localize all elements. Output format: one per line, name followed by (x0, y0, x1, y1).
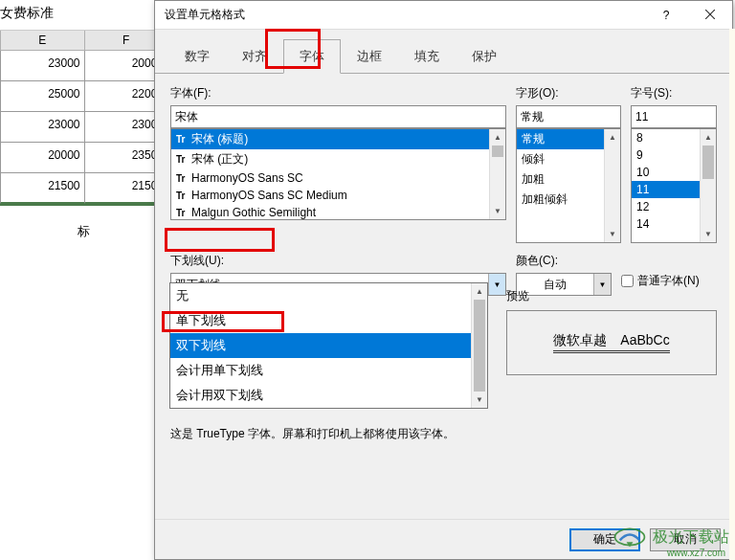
logo-icon (612, 526, 647, 549)
scroll-up-icon[interactable]: ▲ (605, 129, 620, 146)
table-row: 2500022000 (0, 81, 167, 112)
size-label: 字号(S): (631, 85, 717, 101)
underline-label: 下划线(U): (170, 253, 506, 269)
right-panel-edge (729, 29, 735, 560)
style-input[interactable] (516, 105, 621, 128)
scroll-thumb[interactable] (702, 146, 714, 179)
scroll-down-icon[interactable]: ▼ (472, 392, 487, 408)
close-icon (705, 9, 715, 22)
style-label: 字形(O): (516, 85, 621, 101)
style-listbox[interactable]: 常规 倾斜 加粗 加粗倾斜 ▲ ▼ (516, 128, 621, 243)
truetype-icon: Tr (176, 190, 189, 201)
dialog-title: 设置单元格格式 (165, 7, 644, 23)
chevron-down-icon[interactable]: ▼ (488, 274, 505, 295)
help-button[interactable]: ? (644, 1, 688, 30)
cell[interactable]: 21500 (0, 173, 84, 204)
table-row: 2300023000 (0, 112, 167, 143)
preview-section: 预览 微软卓越 AaBbCc (506, 288, 717, 375)
scroll-up-icon[interactable]: ▲ (472, 283, 487, 300)
truetype-icon: Tr (176, 154, 189, 165)
scroll-thumb[interactable] (492, 146, 503, 157)
cell[interactable]: 25000 (0, 81, 84, 112)
underline-dropdown[interactable]: 无 单下划线 双下划线 会计用单下划线 会计用双下划线 ▲ ▼ (169, 282, 488, 409)
table-row: 2000023500 (0, 143, 167, 173)
spreadsheet-background: 女费标准 E F 2300020000 2500022000 230002300… (0, 0, 167, 258)
preview-box: 微软卓越 AaBbCc (506, 310, 717, 375)
scroll-up-icon[interactable]: ▲ (490, 129, 505, 146)
tab-border[interactable]: 边框 (341, 39, 398, 74)
cell[interactable]: 23000 (0, 112, 84, 143)
tab-fill[interactable]: 填充 (398, 39, 456, 74)
scroll-down-icon[interactable]: ▼ (701, 226, 716, 242)
list-item[interactable]: 双下划线 (170, 333, 487, 358)
scroll-down-icon[interactable]: ▼ (490, 203, 505, 219)
watermark-text: 极光下载站 (653, 527, 729, 548)
preview-label: 预览 (506, 288, 717, 304)
cell[interactable]: 23000 (0, 51, 84, 81)
scroll-up-icon[interactable]: ▲ (701, 129, 716, 146)
tab-protection[interactable]: 保护 (456, 39, 513, 74)
watermark: 极光下载站 (612, 526, 729, 549)
list-item[interactable]: 会计用单下划线 (170, 358, 487, 383)
font-label: 字体(F): (170, 85, 506, 101)
footer-cell[interactable]: 标 (0, 206, 167, 258)
list-item: Tr宋体 (标题) (171, 129, 505, 149)
table-row: 2300020000 (0, 51, 167, 81)
size-input[interactable] (631, 105, 717, 128)
scrollbar[interactable]: ▲ ▼ (604, 129, 620, 242)
normal-font-checkbox[interactable]: 普通字体(N) (621, 273, 717, 289)
tab-font[interactable]: 字体 (283, 39, 341, 74)
scroll-thumb[interactable] (474, 300, 485, 392)
truetype-icon: Tr (176, 173, 189, 184)
column-header[interactable]: E (0, 31, 84, 50)
format-cells-dialog: 设置单元格格式 ? 数字 对齐 字体 边框 填充 保护 字体(F): Tr宋体 … (154, 0, 733, 560)
list-item[interactable]: 单下划线 (170, 308, 487, 333)
column-headers-row: E F (0, 31, 167, 51)
scrollbar[interactable]: ▲ ▼ (700, 129, 716, 242)
titlebar: 设置单元格格式 ? (155, 1, 732, 30)
preview-text: 微软卓越 AaBbCc (553, 332, 669, 353)
cell[interactable]: 20000 (0, 143, 84, 173)
list-item: Tr宋体 (正文) (171, 149, 505, 169)
sheet-title: 女费标准 (0, 0, 167, 31)
tab-number[interactable]: 数字 (168, 39, 226, 74)
font-listbox[interactable]: Tr宋体 (标题) Tr宋体 (正文) TrHarmonyOS Sans SC … (170, 128, 506, 220)
size-listbox[interactable]: 8 9 10 11 12 14 ▲ ▼ (631, 128, 717, 243)
scrollbar[interactable]: ▲ ▼ (471, 283, 487, 408)
list-item[interactable]: 会计用双下划线 (170, 383, 487, 408)
table-row: 2150021500 (0, 173, 167, 204)
font-description: 这是 TrueType 字体。屏幕和打印机上都将使用该字体。 (170, 426, 455, 442)
list-item: TrHarmonyOS Sans SC Medium (171, 187, 505, 204)
truetype-icon: Tr (176, 208, 189, 218)
list-item: TrMalgun Gothic Semilight (171, 204, 505, 219)
tab-alignment[interactable]: 对齐 (226, 39, 283, 74)
close-button[interactable] (688, 1, 732, 30)
list-item[interactable]: 无 (170, 283, 487, 308)
list-item: TrHarmonyOS Sans SC (171, 169, 505, 187)
scrollbar[interactable]: ▲ ▼ (489, 129, 505, 219)
color-label: 颜色(C): (516, 253, 612, 269)
truetype-icon: Tr (176, 134, 189, 145)
font-input[interactable] (170, 105, 506, 128)
tabs-bar: 数字 对齐 字体 边框 填充 保护 (155, 30, 732, 74)
watermark-url: www.xz7.com (667, 548, 725, 558)
scroll-down-icon[interactable]: ▼ (605, 226, 620, 242)
grid-body: 2300020000 2500022000 2300023000 2000023… (0, 51, 167, 206)
